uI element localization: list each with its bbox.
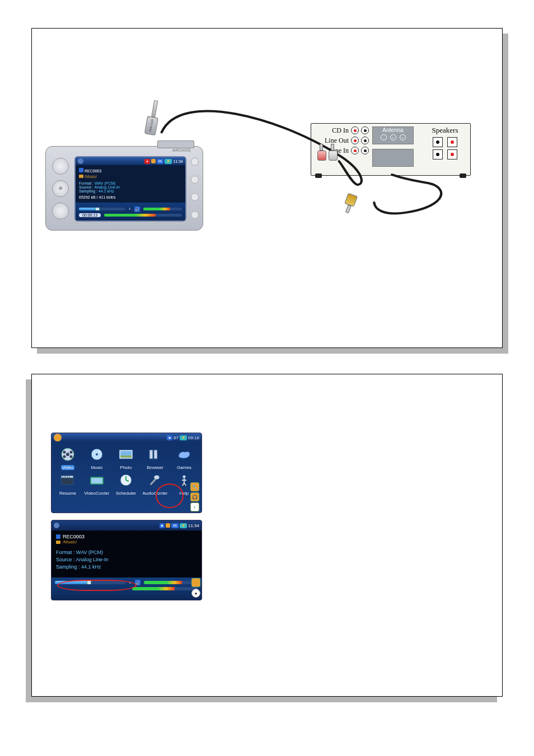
gain-slider[interactable] (79, 208, 125, 210)
browser-icon (144, 445, 166, 463)
status-icon: ⚡ (165, 159, 172, 164)
menu-item-photo[interactable]: Photo (113, 445, 139, 470)
menu-label: VideoCorder (85, 491, 110, 496)
menu-label: Video (61, 465, 74, 470)
audio-adapter: ARCHOS (144, 100, 161, 136)
elapsed-time: 00:00:13 (79, 213, 101, 217)
connection-diagram-panel: ARCHOS (31, 28, 503, 348)
svg-rect-10 (120, 456, 132, 458)
format-value: WAV (PCM) (76, 550, 103, 555)
format-label: Format : (56, 550, 75, 555)
speaker-icon[interactable]: 🔊 (134, 206, 140, 212)
sampling-value: 44.1 kHz (99, 189, 114, 193)
clapboard-icon (57, 471, 78, 489)
menu-label: Games (177, 465, 191, 470)
svg-rect-9 (120, 451, 132, 456)
clock: 11:34 (188, 523, 199, 528)
record-tab-icon[interactable]: ● (191, 589, 200, 598)
rca-plug-white (329, 144, 336, 158)
headphones-tab-icon[interactable]: 🎧 (190, 492, 199, 501)
menu-label: Scheduler (116, 491, 136, 496)
cd-music-icon (86, 445, 107, 463)
svg-rect-16 (91, 478, 102, 483)
highlight-oval-icon (57, 580, 137, 591)
line-out-jack-white[interactable] (361, 137, 369, 144)
cd-in-jack-red[interactable] (351, 126, 359, 134)
control-button-icon[interactable] (52, 203, 69, 219)
home-icon[interactable] (54, 523, 59, 528)
menu-statusbar: ■ 87 ⚡ 09:18 (51, 433, 202, 442)
clock: 11:34 (173, 159, 183, 163)
svg-point-7 (96, 453, 98, 456)
home-icon[interactable] (78, 158, 83, 164)
status-icon: ⚡ (180, 523, 187, 528)
svg-point-1 (66, 453, 69, 456)
side-button[interactable] (191, 176, 199, 184)
sampling-label: Sampling : (56, 564, 80, 570)
dpad-icon[interactable]: ✥ (52, 180, 69, 197)
lock-icon (151, 159, 156, 163)
recording-name: REC0003 (85, 169, 101, 173)
lock-icon (166, 523, 170, 528)
line-in-jack-white[interactable] (361, 147, 369, 154)
volume-level: 87 (174, 435, 179, 440)
record-indicator-icon: ● (144, 159, 150, 164)
context-tab-icon[interactable] (191, 578, 200, 587)
side-button[interactable] (191, 193, 199, 201)
menu-item-scheduler[interactable]: Scheduler (113, 471, 139, 496)
svg-point-4 (63, 456, 66, 458)
recording-name: REC0003 (63, 534, 85, 539)
svg-point-3 (70, 451, 73, 454)
side-button[interactable] (191, 211, 199, 219)
menu-item-video[interactable]: Video (55, 445, 81, 470)
sun-icon[interactable] (54, 434, 62, 442)
folder-icon (56, 541, 60, 544)
rca-plug-red (317, 144, 325, 158)
speaker-jack-left-black[interactable] (433, 137, 443, 147)
line-out-jack-red[interactable] (351, 137, 359, 144)
settings-tab-icon[interactable]: 🔧 (190, 482, 199, 491)
source-label: Source : (56, 557, 75, 562)
source-value: Analog Line-In (76, 557, 109, 562)
photo-icon (115, 445, 137, 463)
screen-statusbar: ● 66 ⚡ 11:34 (76, 157, 185, 165)
battery-level: 66 (171, 523, 179, 528)
speaker-jack-right-red[interactable] (447, 149, 457, 159)
battery-level: 66 (157, 159, 164, 164)
control-wheel-icon[interactable] (52, 158, 69, 175)
menu-item-videocorder[interactable]: VideoCorder (84, 471, 110, 496)
stop-indicator-icon: ■ (160, 523, 165, 528)
stop-indicator-icon: ■ (167, 435, 172, 440)
speaker-jack-right-black[interactable] (433, 149, 443, 159)
clock-icon (115, 471, 137, 489)
level-meter-left (143, 208, 182, 210)
antenna-terminal[interactable]: · (381, 134, 387, 140)
recording-folder: /Music/ (85, 175, 97, 179)
rca-plug-yellow (343, 195, 357, 214)
speaker-jack-left-red[interactable] (447, 137, 457, 147)
file-size-bitrate: 65292 kB / 411 kbit/s (79, 195, 182, 199)
menu-item-resume[interactable]: Resume (55, 471, 81, 496)
format-value: WAV (PCM) (95, 181, 115, 185)
side-button[interactable] (191, 158, 199, 166)
music-note-icon (79, 168, 83, 172)
menu-item-music[interactable]: Music (84, 445, 110, 470)
highlight-circle-icon (156, 483, 184, 508)
format-label: Format : (79, 181, 93, 185)
menu-label: Resume (59, 491, 76, 496)
cd-in-jack-white[interactable] (361, 126, 369, 134)
screens-panel: ■ 87 ⚡ 09:18 Video (31, 374, 503, 697)
antenna-label: Antenna (373, 127, 413, 133)
line-in-jack-red[interactable] (351, 147, 359, 154)
antenna-terminal[interactable]: + (400, 134, 406, 140)
menu-item-browser[interactable]: Browser (142, 445, 168, 470)
menu-item-games[interactable]: Games (171, 445, 197, 470)
svg-rect-13 (61, 478, 73, 485)
adapter-label: ARCHOS (144, 116, 158, 135)
antenna-terminal[interactable]: + (390, 134, 396, 140)
status-icon: ⚡ (180, 435, 187, 440)
info-tab-icon[interactable]: i (190, 503, 199, 511)
menu-label: Browser (147, 465, 163, 470)
sampling-label: Sampling : (79, 189, 97, 193)
svg-point-2 (63, 451, 66, 454)
